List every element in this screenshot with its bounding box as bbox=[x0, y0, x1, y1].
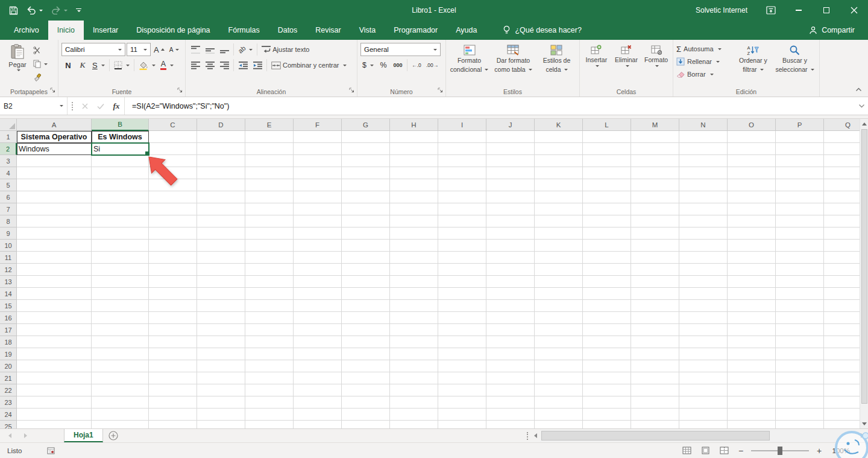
cell-N15[interactable] bbox=[679, 300, 728, 312]
font-color-button[interactable]: A bbox=[159, 59, 175, 72]
cancel-formula-button[interactable] bbox=[77, 97, 93, 115]
cell-F1[interactable] bbox=[294, 131, 342, 143]
cell-F3[interactable] bbox=[294, 155, 342, 167]
cell-Q8[interactable] bbox=[824, 215, 860, 227]
cell-P3[interactable] bbox=[776, 155, 824, 167]
zoom-slider-thumb[interactable] bbox=[778, 447, 782, 455]
row-header-5[interactable]: 5 bbox=[0, 179, 17, 191]
cell-O25[interactable] bbox=[728, 421, 776, 428]
cell-L6[interactable] bbox=[583, 191, 631, 203]
dialog-launcher-number[interactable] bbox=[438, 86, 443, 95]
cell-J5[interactable] bbox=[486, 179, 535, 191]
cell-A25[interactable] bbox=[17, 421, 92, 428]
ribbon-tab-archivo[interactable]: Archivo bbox=[5, 21, 48, 40]
cell-K19[interactable] bbox=[535, 348, 583, 360]
cell-D13[interactable] bbox=[197, 276, 245, 288]
ribbon-tab-datos[interactable]: Datos bbox=[269, 21, 307, 40]
horizontal-scroll-track[interactable] bbox=[540, 429, 857, 442]
ribbon-tab-programador[interactable]: Programador bbox=[385, 21, 447, 40]
cell-M16[interactable] bbox=[631, 312, 679, 324]
cell-M8[interactable] bbox=[631, 215, 679, 227]
cell-L25[interactable] bbox=[583, 421, 631, 428]
cell-K23[interactable] bbox=[535, 396, 583, 409]
cell-H22[interactable] bbox=[390, 384, 438, 396]
cell-I22[interactable] bbox=[438, 384, 486, 396]
cell-F6[interactable] bbox=[294, 191, 342, 203]
row-header-11[interactable]: 11 bbox=[0, 252, 17, 264]
cell-J14[interactable] bbox=[486, 288, 535, 300]
cell-K10[interactable] bbox=[535, 240, 583, 252]
cell-H5[interactable] bbox=[390, 179, 438, 191]
row-header-22[interactable]: 22 bbox=[0, 384, 17, 396]
cell-L7[interactable] bbox=[583, 203, 631, 215]
cell-G16[interactable] bbox=[342, 312, 390, 324]
cell-A12[interactable] bbox=[17, 264, 92, 276]
cell-L23[interactable] bbox=[583, 396, 631, 409]
cell-A21[interactable] bbox=[17, 372, 92, 384]
cell-J11[interactable] bbox=[486, 252, 535, 264]
cell-C9[interactable] bbox=[149, 227, 197, 240]
cell-I2[interactable] bbox=[438, 143, 486, 155]
cell-N12[interactable] bbox=[679, 264, 728, 276]
cell-P10[interactable] bbox=[776, 240, 824, 252]
cell-D11[interactable] bbox=[197, 252, 245, 264]
cell-J18[interactable] bbox=[486, 336, 535, 348]
cell-K17[interactable] bbox=[535, 324, 583, 336]
cell-P21[interactable] bbox=[776, 372, 824, 384]
cell-E1[interactable] bbox=[245, 131, 294, 143]
cell-O11[interactable] bbox=[728, 252, 776, 264]
cell-Q14[interactable] bbox=[824, 288, 860, 300]
clear-button[interactable]: Borrar bbox=[675, 68, 734, 80]
row-header-3[interactable]: 3 bbox=[0, 155, 17, 167]
cell-L17[interactable] bbox=[583, 324, 631, 336]
cell-J3[interactable] bbox=[486, 155, 535, 167]
cut-button[interactable] bbox=[32, 44, 49, 56]
column-header-I[interactable]: I bbox=[438, 119, 486, 131]
bold-button[interactable]: N bbox=[61, 59, 75, 72]
cell-H23[interactable] bbox=[390, 396, 438, 409]
ribbon-tab-disposicion-de-pagina[interactable]: Disposición de página bbox=[127, 21, 219, 40]
cell-M3[interactable] bbox=[631, 155, 679, 167]
cell-C17[interactable] bbox=[149, 324, 197, 336]
cell-M6[interactable] bbox=[631, 191, 679, 203]
cell-M24[interactable] bbox=[631, 409, 679, 421]
cell-I15[interactable] bbox=[438, 300, 486, 312]
cell-I10[interactable] bbox=[438, 240, 486, 252]
cell-C13[interactable] bbox=[149, 276, 197, 288]
insert-function-button[interactable]: fx bbox=[108, 97, 124, 115]
cell-P7[interactable] bbox=[776, 203, 824, 215]
cell-A19[interactable] bbox=[17, 348, 92, 360]
cell-B1[interactable]: Es Windows bbox=[92, 131, 149, 143]
cell-I21[interactable] bbox=[438, 372, 486, 384]
row-header-8[interactable]: 8 bbox=[0, 215, 17, 227]
page-layout-view-button[interactable] bbox=[699, 445, 712, 457]
cell-I20[interactable] bbox=[438, 360, 486, 372]
cell-O9[interactable] bbox=[728, 227, 776, 240]
sheet-tab-hoja1[interactable]: Hoja1 bbox=[64, 429, 103, 442]
cell-I1[interactable] bbox=[438, 131, 486, 143]
cell-G1[interactable] bbox=[342, 131, 390, 143]
share-button[interactable]: Compartir bbox=[809, 21, 868, 40]
cell-G18[interactable] bbox=[342, 336, 390, 348]
cell-N14[interactable] bbox=[679, 288, 728, 300]
row-header-24[interactable]: 24 bbox=[0, 409, 17, 421]
cell-N1[interactable] bbox=[679, 131, 728, 143]
column-header-B[interactable]: B bbox=[92, 119, 149, 131]
fill-color-button[interactable] bbox=[137, 59, 157, 72]
cell-G5[interactable] bbox=[342, 179, 390, 191]
cell-C12[interactable] bbox=[149, 264, 197, 276]
cell-O12[interactable] bbox=[728, 264, 776, 276]
cell-M12[interactable] bbox=[631, 264, 679, 276]
cell-B21[interactable] bbox=[92, 372, 149, 384]
orientation-button[interactable]: ab bbox=[236, 43, 254, 56]
cell-O24[interactable] bbox=[728, 409, 776, 421]
vertical-scroll-thumb[interactable] bbox=[861, 129, 867, 404]
cell-A16[interactable] bbox=[17, 312, 92, 324]
cell-F17[interactable] bbox=[294, 324, 342, 336]
cell-N21[interactable] bbox=[679, 372, 728, 384]
cell-J21[interactable] bbox=[486, 372, 535, 384]
cell-K20[interactable] bbox=[535, 360, 583, 372]
cell-G8[interactable] bbox=[342, 215, 390, 227]
cell-O16[interactable] bbox=[728, 312, 776, 324]
conditional-formatting-button[interactable]: Formato condicional bbox=[448, 42, 491, 86]
